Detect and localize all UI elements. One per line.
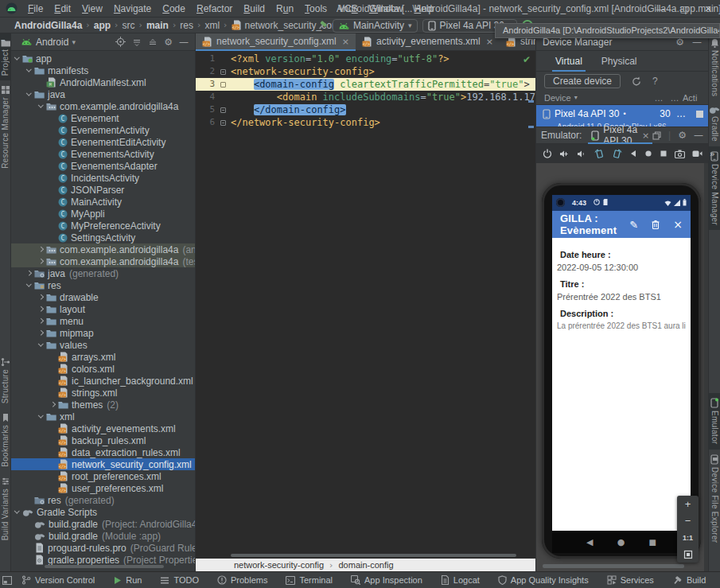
code-line-1[interactable]: 1<?xml version="1.0" encoding="utf-8"?> xyxy=(196,53,535,65)
editor-tab-network-security-config-xml[interactable]: </>network_security_config.xml× xyxy=(196,33,356,50)
statusbar-version-control[interactable]: Version Control xyxy=(21,575,95,585)
tree-item-gradle-properties[interactable]: gradle.properties(Project Properties) xyxy=(11,554,195,566)
emulator-hscrollbar[interactable] xyxy=(543,564,684,568)
tree-item-com-example-androidgilla4a[interactable]: com.example.androidgilla4a xyxy=(11,100,195,112)
tool-strip-device-file-explorer[interactable]: Device File Explorer xyxy=(709,450,720,547)
code-line-5[interactable]: 5 </domain-config> xyxy=(196,103,535,116)
nav-crumb[interactable]: res xyxy=(180,20,193,31)
emulator-more-icon[interactable]: » xyxy=(710,149,715,159)
run-configuration-select[interactable]: MainActivity ▾ xyxy=(333,19,418,33)
nav-crumb[interactable]: AndroidGilla4a xyxy=(14,20,82,31)
tree-item-settingsactivity[interactable]: CSettingsActivity xyxy=(11,232,195,243)
tree-item-java[interactable]: java xyxy=(11,88,195,100)
tool-strip-emulator[interactable]: Emulator xyxy=(709,393,720,449)
tree-item-mipmap[interactable]: mipmap xyxy=(11,327,195,339)
tree-item-network-security-config-xml[interactable]: </>network_security_config.xml xyxy=(11,458,195,470)
statusbar-build[interactable]: Build xyxy=(672,575,706,586)
code-line-2[interactable]: 2<network-security-config> xyxy=(196,65,535,78)
tree-item-com-example-androidgilla4a[interactable]: com.example.androidgilla4a(androidTest) xyxy=(11,243,195,255)
volume-up-icon[interactable] xyxy=(559,150,570,158)
nav-crumb[interactable]: app xyxy=(94,20,111,31)
zoom-in-button[interactable]: + xyxy=(677,496,699,512)
device-row[interactable]: Pixel 4a API 30 • 30 … xyxy=(536,105,708,123)
statusbar-run[interactable]: Run xyxy=(113,575,142,585)
home-icon[interactable] xyxy=(644,150,652,158)
create-device-button[interactable]: Create device xyxy=(544,74,621,88)
volume-down-icon[interactable] xyxy=(577,150,587,158)
column-actions[interactable]: Acti xyxy=(683,93,703,103)
tree-item-layout[interactable]: layout xyxy=(11,303,195,315)
screenshot-icon[interactable] xyxy=(675,150,685,158)
toolwindow-toggle-icon[interactable] xyxy=(2,576,12,585)
statusbar-todo[interactable]: TODO xyxy=(160,575,199,585)
tree-item-ic-launcher-background-xml[interactable]: </>ic_launcher_background.xml xyxy=(11,375,195,387)
rotate-right-icon[interactable] xyxy=(612,149,622,158)
tree-item-androidmanifest-xml[interactable]: MAndroidManifest.xml xyxy=(11,76,195,88)
tool-strip-build-variants[interactable]: Build Variants xyxy=(0,472,10,545)
tree-item-menu[interactable]: menu xyxy=(11,315,195,327)
code-line-6[interactable]: 6</network-security-config> xyxy=(196,116,535,129)
menu-run[interactable]: Run xyxy=(270,0,299,18)
tree-item-drawable[interactable]: drawable xyxy=(11,291,195,303)
close-icon[interactable]: × xyxy=(673,218,683,231)
menu-navigate[interactable]: Navigate xyxy=(108,0,157,18)
menu-code[interactable]: Code xyxy=(157,0,191,18)
tree-item-res[interactable]: res(generated) xyxy=(11,494,195,506)
editor-hscrollbar[interactable] xyxy=(196,552,535,559)
refresh-icon[interactable] xyxy=(632,76,641,86)
column-device[interactable]: Device xyxy=(544,93,571,103)
breadcrumb-item[interactable]: network-security-config xyxy=(234,560,324,570)
build-hammer-icon[interactable] xyxy=(317,20,328,31)
locate-icon[interactable] xyxy=(115,37,126,47)
tab-physical[interactable]: Physical xyxy=(594,51,645,72)
menu-build[interactable]: Build xyxy=(238,0,270,18)
code-editor[interactable]: ✔ 1<?xml version="1.0" encoding="utf-8"?… xyxy=(196,51,535,552)
back-icon[interactable] xyxy=(629,150,637,158)
window-restore-icon[interactable] xyxy=(652,131,661,140)
close-button[interactable]: ✕ xyxy=(696,0,720,18)
menu-tools[interactable]: Tools xyxy=(299,0,333,18)
nav-home-icon[interactable]: ● xyxy=(617,537,625,547)
menu-view[interactable]: View xyxy=(76,0,108,18)
close-icon[interactable]: × xyxy=(642,130,649,141)
device-action-stop-icon[interactable] xyxy=(696,111,703,118)
gear-icon[interactable]: ⚙ xyxy=(164,37,173,48)
inspection-ok-icon[interactable]: ✔ xyxy=(523,54,531,65)
menu-refactor[interactable]: Refactor xyxy=(191,0,238,18)
record-screen-icon[interactable] xyxy=(692,150,702,158)
collapse-all-icon[interactable] xyxy=(148,37,158,47)
device-more[interactable]: … xyxy=(673,108,689,119)
tool-strip-gradle[interactable]: Gradle xyxy=(709,101,720,146)
zoom-fit-button[interactable] xyxy=(677,546,699,563)
tree-item-evenementeditactivity[interactable]: CEvenementEditActivity xyxy=(11,136,195,148)
tree-item-themes[interactable]: themes(2) xyxy=(11,399,195,411)
expand-all-icon[interactable] xyxy=(132,37,142,47)
gear-icon[interactable]: ⚙ xyxy=(678,130,687,141)
statusbar-services[interactable]: Services xyxy=(607,575,654,585)
tree-item-data-extraction-rules-xml[interactable]: </>data_extraction_rules.xml xyxy=(11,446,195,458)
tree-item-build-gradle[interactable]: build.gradle(Module :app) xyxy=(11,530,195,542)
tree-item-jsonparser[interactable]: CJSONParser xyxy=(11,184,195,196)
zoom-out-button[interactable]: − xyxy=(677,512,699,529)
rotate-left-icon[interactable] xyxy=(594,149,605,158)
code-line-4[interactable]: 4 <domain includeSubdomains="true">192.1… xyxy=(196,91,535,103)
tree-item-activity-evenements-xml[interactable]: </>activity_evenements.xml xyxy=(11,423,195,434)
tree-item-user-preferences-xml[interactable]: </>user_preferences.xml xyxy=(11,482,195,494)
tree-item-root-preferences-xml[interactable]: </>root_preferences.xml xyxy=(11,470,195,482)
close-icon[interactable]: × xyxy=(342,37,349,47)
statusbar-logcat[interactable]: Logcat xyxy=(441,575,480,585)
statusbar-app-quality-insights[interactable]: App Quality Insights xyxy=(498,575,589,585)
tree-item-evenementsactivity[interactable]: CEvenementsActivity xyxy=(11,148,195,160)
column-api[interactable]: … xyxy=(651,93,667,103)
statusbar-terminal[interactable]: Terminal xyxy=(286,575,333,585)
delete-trash-icon[interactable] xyxy=(652,220,660,229)
tool-strip-device-manager[interactable]: Device Manager xyxy=(709,146,720,230)
project-tree-scrollbar[interactable] xyxy=(45,565,164,568)
tree-item-evenementactivity[interactable]: CEvenementActivity xyxy=(11,124,195,136)
tree-item-manifests[interactable]: manifests xyxy=(11,64,195,76)
project-view-selector[interactable]: Android xyxy=(36,37,68,48)
tree-item-evenementsadapter[interactable]: CEvenementsAdapter xyxy=(11,160,195,172)
maximize-button[interactable]: □ xyxy=(672,0,696,18)
column-size[interactable]: … xyxy=(667,93,683,103)
help-icon[interactable]: ? xyxy=(652,76,658,87)
